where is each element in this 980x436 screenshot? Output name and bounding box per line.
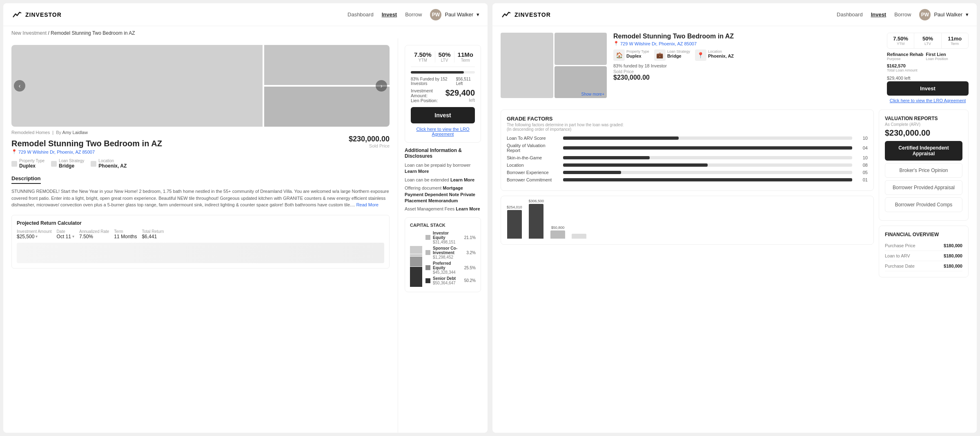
panel2-meta-location: 📍 Location Phoenix, AZ: [695, 49, 734, 61]
chart-bar-3: [572, 233, 586, 239]
funded-text-1: 83% Funded by 152 Investors: [411, 77, 456, 86]
panel2-prop-address: 📍 729 W Wilshire Dr, Phoenix, AZ 85007: [613, 41, 880, 46]
val-btn-borrower-comps[interactable]: Borrower Provided Comps: [885, 197, 962, 212]
calc-rate-val-1: 7.50%: [79, 234, 109, 239]
description-text-1: STUNNING REMODEL! Start the New Year in …: [11, 188, 390, 208]
breadcrumb-link-1[interactable]: New Investment: [11, 30, 47, 36]
nav-user-2[interactable]: PW Paul Walker ▾: [919, 9, 969, 20]
amount-left-sub-1: left: [445, 98, 475, 103]
nav-username-2: Paul Walker: [934, 11, 962, 18]
cap-item-0: Investor Equity $31,498,151 21.1%: [425, 231, 476, 244]
inv-ytm-label-1: YTM: [414, 58, 432, 63]
add-link-0[interactable]: Learn More: [405, 169, 429, 174]
panel2-lro-link[interactable]: Click here to view the LRO Agreement: [887, 98, 969, 103]
gallery-prev-button-1[interactable]: ‹: [14, 80, 25, 92]
calc-investment-1: Investment Amount $25,500 ▾: [17, 229, 52, 239]
inv-ytm-val-1: 7.50%: [414, 51, 432, 58]
cap-box-3: [425, 278, 430, 283]
grade-subtitle: The following factors determine in part …: [507, 123, 868, 132]
cap-box-1: [425, 250, 430, 255]
location-icon-1: [91, 161, 96, 167]
logo-text-2: ZINVESTOR: [514, 11, 551, 18]
add-link-1[interactable]: Learn More: [450, 177, 474, 182]
nav-dashboard-1[interactable]: Dashboard: [347, 11, 374, 18]
panel2-right-stats: 7.50% YTM 50% LTV 11mo Term: [887, 33, 969, 49]
panel2-left-bottom: GRADE FACTORS The following factors dete…: [501, 110, 874, 277]
gallery-next-button-1[interactable]: ›: [376, 80, 387, 92]
gallery-1: ‹ ›: [11, 45, 390, 127]
nav-borrow-1[interactable]: Borrow: [405, 11, 422, 18]
logo-1: ZINVESTOR: [11, 9, 62, 20]
inv-ltv-label-1: LTV: [439, 58, 451, 63]
read-more-link-1[interactable]: Read More: [356, 202, 378, 207]
show-more-button[interactable]: Show more+: [581, 92, 604, 96]
panel2-invest-button[interactable]: Invest: [887, 81, 969, 96]
panel2-ytm: 7.50% YTM: [887, 33, 914, 48]
panel2-address-link[interactable]: 729 W Wilshire Dr, Phoenix, AZ 85007: [620, 41, 697, 46]
nav-links-2: Dashboard Invest Borrow PW Paul Walker ▾: [837, 9, 969, 20]
logo-text-1: ZINVESTOR: [25, 11, 62, 18]
nav-invest-2[interactable]: Invest: [871, 11, 886, 18]
cap-stack-title-1: CAPITAL STACK: [410, 223, 476, 228]
content-1: ‹ › Remodeled Homes | By Amy Laidlaw Rem…: [3, 38, 488, 433]
lien-label-1: Lien Position:: [411, 98, 445, 103]
avatar-1: PW: [430, 9, 441, 20]
nav-bar-2: ZINVESTOR Dashboard Invest Borrow PW Pau…: [492, 3, 977, 26]
nav-user-1[interactable]: PW Paul Walker ▾: [430, 9, 479, 20]
meta-type-label-1: Property Type: [19, 159, 45, 163]
right-col-1: 7.50% YTM 50% LTV 11Mo Term: [398, 38, 488, 433]
val-btn-certified[interactable]: Certified Independent Appraisal: [885, 141, 962, 161]
left-col-1: ‹ › Remodeled Homes | By Amy Laidlaw Rem…: [3, 38, 398, 433]
amount-left-1: $29,400: [445, 88, 475, 98]
cap-box-2: [425, 265, 430, 270]
panel2-top: Show more+ Remodel Stunning Two Bedroom …: [501, 33, 969, 103]
progress-bar-1: [411, 71, 475, 74]
nav-invest-1[interactable]: Invest: [382, 11, 397, 18]
logo-2: ZINVESTOR: [501, 9, 551, 20]
nav-borrow-2[interactable]: Borrow: [894, 11, 911, 18]
meta-type-1: Property Type Duplex: [11, 159, 45, 169]
inv-amount-row-1: Investment Amount: Lien Position: $29,40…: [411, 88, 475, 103]
building-icon-1: [11, 161, 17, 167]
gallery2-thumb1: [555, 33, 607, 65]
add-link-3[interactable]: Learn More: [456, 206, 480, 211]
logo-icon-2: [501, 9, 512, 20]
meta-strategy-1: Loan Strategy Bridge: [51, 159, 84, 169]
chevron-down-icon-2: ▾: [966, 11, 969, 18]
gallery-thumb-1: [264, 45, 390, 85]
meta-location-1: Location Phoenix, AZ: [91, 159, 127, 169]
panel2-prop-meta: 🏠 Property Type Duplex 💼 Loan Strategy B…: [613, 49, 880, 61]
panel-1: ZINVESTOR Dashboard Invest Borrow PW Pau…: [3, 3, 488, 433]
panel2-meta-type: 🏠 Property Type Duplex: [613, 49, 649, 61]
capital-stack-1: CAPITAL STACK Investor Equity $: [405, 217, 481, 292]
chart-bar-1: $306,500: [529, 199, 544, 239]
invest-button-1[interactable]: Invest: [411, 107, 475, 123]
fin-title: FINANCIAL OVERVIEW: [885, 232, 962, 237]
inv-ytm-1: 7.50% YTM: [411, 51, 435, 63]
chart-section: $254,010 $306,500 $50,800: [501, 196, 874, 245]
val-btn-borrower-appraisal[interactable]: Borrower Provided Appraisal: [885, 180, 962, 195]
prop-address-link-1[interactable]: 729 W Wilshire Dr, Phoenix, AZ 85007: [18, 150, 95, 154]
prop-byline-1: Remodeled Homes | By Amy Laidlaw: [11, 130, 390, 135]
additional-section-1: Additional Information & Disclosures Loa…: [405, 148, 481, 212]
lro-link-1[interactable]: Click here to view the LRO Agreement: [411, 127, 475, 136]
prop-address-1: 📍 729 W Wilshire Dr, Phoenix, AZ 85007: [11, 149, 162, 154]
inv-stats-1: 7.50% YTM 50% LTV 11Mo Term: [411, 51, 475, 67]
location-icon-2: 📍: [695, 49, 706, 61]
panel2-term: 11mo Term: [942, 33, 968, 48]
breadcrumb-current-1: Remodel Stunning Two Bedroom in AZ: [51, 30, 135, 36]
strategy-icon-2: 💼: [654, 49, 666, 61]
grade-row-2: Skin-in-the-Game 10: [507, 155, 868, 160]
meta-strategy-val-1: Bridge: [59, 163, 84, 169]
cap-box-0: [425, 235, 430, 240]
meta-strategy-label-1: Loan Strategy: [59, 159, 84, 163]
panel2-bottom: GRADE FACTORS The following factors dete…: [501, 110, 969, 277]
author-link-1[interactable]: Amy Laidlaw: [62, 130, 88, 135]
chevron-icon-2: ▾: [72, 234, 74, 239]
calc-row-1: Investment Amount $25,500 ▾ Date Oct 11 …: [17, 229, 384, 239]
inv-term-label-1: Term: [458, 58, 473, 63]
nav-dashboard-2[interactable]: Dashboard: [837, 11, 863, 18]
val-btn-broker[interactable]: Broker's Price Opinion: [885, 163, 962, 178]
pin-icon-1: 📍: [11, 149, 17, 154]
gallery-main-image-1: [11, 45, 263, 127]
